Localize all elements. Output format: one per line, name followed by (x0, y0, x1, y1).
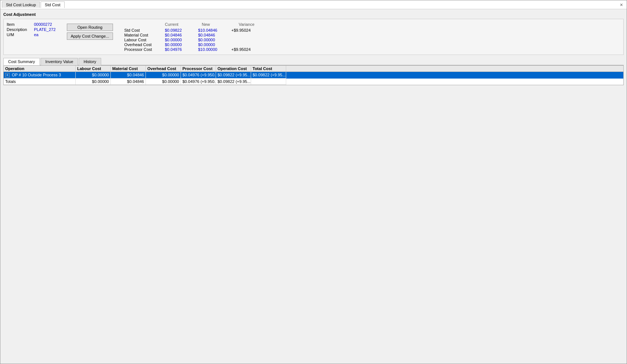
totals-overhead: $0.00000 (146, 79, 181, 85)
cell-operation: + OP # 10 Outside Process 3 (4, 72, 76, 79)
item-label: Item (7, 22, 32, 27)
cell-overhead-cost: $0.00000 (146, 72, 181, 79)
overhead-cost-label: Overhead Cost (124, 42, 165, 47)
description-label: Description (7, 27, 32, 32)
std-cost-new: $10.04846 (198, 28, 231, 32)
material-current: $0.04846 (165, 33, 198, 37)
col-operation-cost: Operation Cost (216, 66, 251, 72)
um-value[interactable]: ea (34, 32, 56, 37)
item-value[interactable]: 00000272 (34, 22, 56, 27)
close-icon[interactable]: × (618, 2, 625, 8)
col-operation: Operation (4, 66, 76, 72)
cell-material-cost: $0.04846 (111, 72, 146, 79)
col-total-cost: Total Cost (251, 66, 286, 72)
overhead-current: $0.00000 (165, 42, 198, 47)
std-cost-label: Std Cost (124, 28, 165, 32)
buttons-column: Open Routing Apply Cost Change... (67, 24, 113, 40)
processor-current: $0.04976 (165, 47, 198, 52)
labour-current: $0.00000 (165, 38, 198, 42)
cell-operation-cost: $0.09822 (+9.95... (216, 72, 251, 79)
header-current: Current (165, 22, 198, 27)
inner-cost-grid: Std Cost $0.09822 $10.04846 +$9.95024 Ma… (124, 28, 272, 52)
cell-total-cost: $0.09822 (+9.95... (251, 72, 286, 79)
processor-variance: +$9.95024 (231, 47, 264, 52)
totals-operation: $0.09822 (+9.95... (216, 79, 251, 85)
cost-header-row: Current New Variance (124, 22, 272, 27)
labour-cost-label: Labour Cost (124, 38, 165, 42)
totals-labour: $0.00000 (76, 79, 111, 85)
labour-new: $0.00000 (198, 38, 231, 42)
apply-cost-button[interactable]: Apply Cost Change... (67, 32, 113, 40)
cost-adjustment-panel: Item 00000272 Description PLATE_272 U/M … (3, 19, 624, 55)
totals-row: Totals $0.00000 $0.04846 $0.00000 $0.049… (4, 79, 623, 85)
cell-labour-cost: $0.00000 (76, 72, 111, 79)
cost-summary-grid: Operation Labour Cost Material Cost Over… (3, 65, 624, 85)
table-row[interactable]: + OP # 10 Outside Process 3 $0.00000 $0.… (4, 72, 623, 79)
tab-std-cost-lookup[interactable]: Std Cost Lookup (2, 1, 40, 8)
processor-cost-label: Processor Cost (124, 47, 165, 52)
overhead-variance (231, 42, 264, 47)
item-info: Item 00000272 Description PLATE_272 U/M … (7, 22, 56, 37)
totals-processor: $0.04976 (+9.950... (181, 79, 216, 85)
expand-icon[interactable]: + (5, 73, 10, 77)
std-cost-current: $0.09822 (165, 28, 198, 32)
processor-new: $10.00000 (198, 47, 231, 52)
header-new: New (202, 22, 235, 27)
section-title: Cost Adjustment (3, 12, 624, 17)
tab-history[interactable]: History (79, 58, 101, 65)
material-variance (231, 33, 264, 37)
material-new: $0.04846 (198, 33, 231, 37)
labour-variance (231, 38, 264, 42)
title-bar: Std Cost Lookup Std Cost × (0, 0, 627, 9)
std-cost-variance: +$9.95024 (231, 28, 264, 32)
grid-header: Operation Labour Cost Material Cost Over… (4, 66, 623, 72)
totals-total (251, 79, 286, 85)
cell-processor-cost: $0.04976 (+9.950... (181, 72, 216, 79)
col-labour-cost: Labour Cost (76, 66, 111, 72)
um-label: U/M (7, 32, 32, 37)
open-routing-button[interactable]: Open Routing (67, 24, 113, 31)
description-value[interactable]: PLATE_272 (34, 27, 56, 32)
material-cost-label: Material Cost (124, 33, 165, 37)
totals-material: $0.04846 (111, 79, 146, 85)
content-area: Cost Adjustment Item 00000272 Descriptio… (0, 9, 627, 88)
col-processor-cost: Processor Cost (181, 66, 216, 72)
col-overhead-cost: Overhead Cost (146, 66, 181, 72)
tab-inventory-value[interactable]: Inventory Value (41, 58, 78, 65)
totals-label: Totals (4, 79, 76, 85)
main-window: Std Cost Lookup Std Cost × Cost Adjustme… (0, 0, 627, 364)
overhead-new: $0.00000 (198, 42, 231, 47)
col-material-cost: Material Cost (111, 66, 146, 72)
tab-cost-summary[interactable]: Cost Summary (3, 58, 40, 65)
sub-tabs-row: Cost Summary Inventory Value History (3, 58, 624, 65)
cost-values-section: Current New Variance Std Cost $0.09822 $… (124, 22, 272, 52)
operation-name: OP # 10 Outside Process 3 (12, 73, 61, 77)
tab-std-cost[interactable]: Std Cost (41, 1, 64, 8)
header-variance: Variance (239, 22, 272, 27)
cost-info-wrapper: Item 00000272 Description PLATE_272 U/M … (7, 22, 272, 52)
